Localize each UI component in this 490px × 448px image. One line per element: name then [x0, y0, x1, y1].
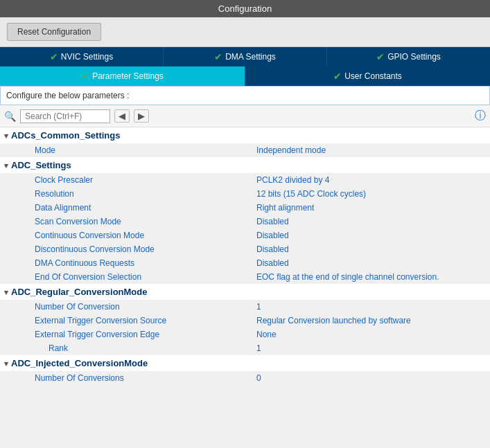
param-row: Number Of Conversions0 [0, 371, 490, 385]
param-name: Discontinuous Conversion Mode [0, 242, 222, 256]
param-row: End Of Conversion SelectionEOC flag at t… [0, 270, 490, 284]
param-row: Continuous Conversion ModeDisabled [0, 229, 490, 242]
param-row: Data AlignmentRight alignment [0, 201, 490, 215]
tab2-label: User Constants [344, 71, 402, 81]
param-value: 1 [222, 341, 490, 355]
tab-check-icon: ✔ [50, 51, 58, 62]
group-name: ADC_Settings [11, 160, 71, 170]
group-name: ADC_Regular_ConversionMode [11, 287, 147, 297]
param-value: Disabled [222, 256, 490, 270]
config-description: Configure the below parameters : [0, 86, 490, 105]
chevron-down-icon: ▾ [4, 161, 8, 170]
param-name: Clock Prescaler [0, 173, 222, 187]
tab-gpio[interactable]: ✔GPIO Settings [327, 47, 490, 66]
search-bar: 🔍 ◀ ▶ ⓘ [0, 105, 490, 127]
param-scroll[interactable]: ▾ADCs_Common_SettingsModeIndependent mod… [0, 127, 490, 397]
param-row: ModeIndependent mode [0, 143, 490, 157]
param-name: Rank [0, 341, 222, 355]
param-row: Discontinuous Conversion ModeDisabled [0, 242, 490, 256]
main-content: ▾ADCs_Common_SettingsModeIndependent mod… [0, 127, 490, 397]
param-value: None [222, 328, 490, 341]
param-value: PCLK2 divided by 4 [222, 173, 490, 187]
chevron-down-icon: ▾ [4, 288, 8, 296]
tab2-label: Parameter Settings [92, 71, 164, 81]
param-name: DMA Continuous Requests [0, 256, 222, 270]
tab-check-icon: ✔ [214, 51, 222, 62]
param-row: DMA Continuous RequestsDisabled [0, 256, 490, 270]
chevron-down-icon: ▾ [4, 359, 8, 368]
param-row: Resolution12 bits (15 ADC Clock cycles) [0, 187, 490, 201]
param-value: Regular Conversion launched by software [222, 314, 490, 328]
param-table: ▾ADCs_Common_SettingsModeIndependent mod… [0, 127, 490, 385]
param-name: Number Of Conversion [0, 300, 222, 314]
tab2-user[interactable]: ✔User Constants [245, 66, 490, 86]
param-value: Independent mode [222, 143, 490, 157]
title-bar: Configuration [0, 0, 490, 17]
tab-check-icon: ✔ [376, 51, 385, 62]
param-row: External Trigger Conversion EdgeNone [0, 328, 490, 341]
param-name: Scan Conversion Mode [0, 215, 222, 229]
tab-nvic[interactable]: ✔NVIC Settings [0, 47, 164, 66]
tab-label: DMA Settings [225, 52, 276, 62]
search-input[interactable] [20, 109, 110, 123]
group-row-adc-settings[interactable]: ▾ADC_Settings [0, 157, 490, 173]
param-row: Clock PrescalerPCLK2 divided by 4 [0, 173, 490, 187]
param-value: 12 bits (15 ADC Clock cycles) [222, 187, 490, 201]
search-prev-button[interactable]: ◀ [114, 109, 130, 123]
tab2-parameter[interactable]: ✔Parameter Settings [0, 66, 245, 86]
param-name: Mode [0, 143, 222, 157]
param-name: Number Of Conversions [0, 371, 222, 385]
param-row: Rank1 [0, 341, 490, 355]
param-value: Disabled [222, 229, 490, 242]
tab-label: GPIO Settings [387, 52, 441, 62]
param-name: Data Alignment [0, 201, 222, 215]
toolbar: Reset Configuration [0, 17, 490, 47]
param-row: Scan Conversion ModeDisabled [0, 215, 490, 229]
chevron-down-icon: ▾ [4, 132, 8, 140]
group-name: ADC_Injected_ConversionMode [11, 358, 148, 368]
tab2-check-icon: ✔ [81, 71, 89, 82]
param-name: External Trigger Conversion Source [0, 314, 222, 328]
param-value: 1 [222, 300, 490, 314]
param-value: Disabled [222, 242, 490, 256]
param-value: Disabled [222, 215, 490, 229]
reset-configuration-button[interactable]: Reset Configuration [7, 23, 101, 41]
param-value: Right alignment [222, 201, 490, 215]
param-value: EOC flag at the end of single channel co… [222, 270, 490, 284]
param-name: End Of Conversion Selection [0, 270, 222, 284]
search-next-button[interactable]: ▶ [134, 109, 149, 123]
param-value: 0 [222, 371, 490, 385]
group-name: ADCs_Common_Settings [11, 130, 120, 141]
group-row-adcs-common[interactable]: ▾ADCs_Common_Settings [0, 127, 490, 143]
tabs-row1: ✔NVIC Settings✔DMA Settings✔GPIO Setting… [0, 47, 490, 66]
search-icon: 🔍 [4, 111, 16, 122]
param-name: Resolution [0, 187, 222, 201]
info-button[interactable]: ⓘ [475, 109, 486, 123]
tab2-check-icon: ✔ [333, 71, 342, 82]
param-row: External Trigger Conversion SourceRegula… [0, 314, 490, 328]
group-row-adc-regular[interactable]: ▾ADC_Regular_ConversionMode [0, 284, 490, 300]
group-row-adc-injected[interactable]: ▾ADC_Injected_ConversionMode [0, 355, 490, 371]
title-label: Configuration [218, 3, 272, 14]
tab-dma[interactable]: ✔DMA Settings [164, 47, 327, 66]
tabs-row2: ✔Parameter Settings✔User Constants [0, 66, 490, 86]
tab-label: NVIC Settings [61, 52, 113, 62]
param-row: Number Of Conversion1 [0, 300, 490, 314]
param-name: Continuous Conversion Mode [0, 229, 222, 242]
param-name: External Trigger Conversion Edge [0, 328, 222, 341]
